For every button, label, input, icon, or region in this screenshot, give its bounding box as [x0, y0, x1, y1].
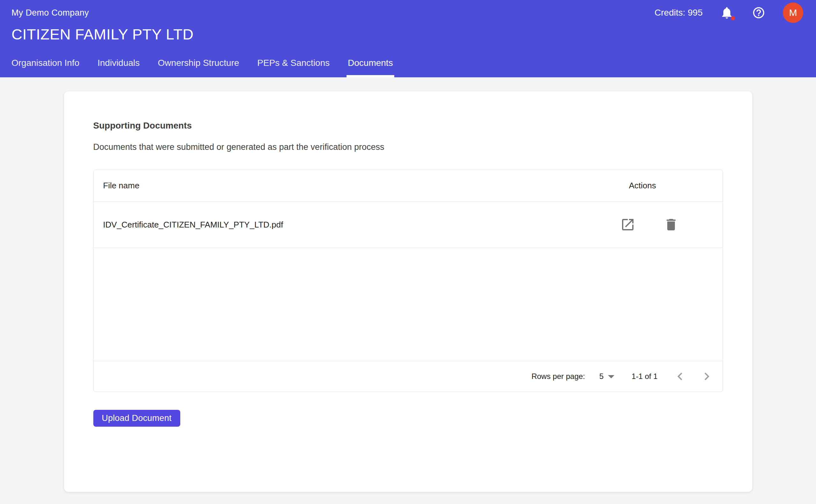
notifications-button[interactable]: [719, 5, 735, 20]
section-title: Supporting Documents: [93, 120, 723, 131]
actions-cell: [618, 217, 723, 232]
pagination-range: 1-1 of 1: [632, 372, 658, 381]
table-empty-space: [94, 248, 723, 361]
rows-per-page-select[interactable]: 5: [599, 369, 619, 384]
supporting-documents-card: Supporting Documents Documents that were…: [64, 91, 752, 492]
column-header-actions: Actions: [618, 181, 723, 191]
section-subtitle: Documents that were submitted or generat…: [93, 142, 723, 152]
upload-document-button[interactable]: Upload Document: [93, 410, 180, 427]
tab-bar: Organisation Info Individuals Ownership …: [0, 49, 404, 77]
table-row: IDV_Certificate_CITIZEN_FAMILY_PTY_LTD.p…: [94, 202, 723, 248]
credits-balance: Credits: 995: [655, 8, 703, 18]
page-title: CITIZEN FAMILY PTY LTD: [11, 25, 816, 43]
avatar-initial: M: [789, 7, 797, 18]
tab-ownership-structure[interactable]: Ownership Structure: [158, 49, 239, 77]
tab-documents[interactable]: Documents: [348, 49, 393, 77]
header-top-bar: My Demo Company Credits: 995 M: [0, 0, 816, 20]
previous-page-button[interactable]: [672, 369, 688, 384]
open-document-button[interactable]: [620, 217, 636, 232]
rows-per-page-value: 5: [599, 372, 603, 381]
column-header-file-name: File name: [94, 181, 618, 191]
table-pagination: Rows per page: 5 1-1 of 1: [94, 361, 723, 392]
documents-table: File name Actions IDV_Certificate_CITIZE…: [93, 170, 723, 392]
help-icon: [752, 6, 765, 19]
open-in-new-icon: [620, 217, 636, 232]
delete-document-button[interactable]: [664, 217, 679, 232]
caret-down-icon: [603, 369, 619, 384]
next-page-button[interactable]: [699, 369, 714, 384]
notification-badge: [731, 16, 735, 20]
tab-peps-sanctions[interactable]: PEPs & Sanctions: [257, 49, 330, 77]
file-name-cell: IDV_Certificate_CITIZEN_FAMILY_PTY_LTD.p…: [94, 220, 618, 230]
header-actions: Credits: 995 M: [655, 3, 803, 23]
trash-icon: [664, 217, 679, 232]
tab-individuals[interactable]: Individuals: [97, 49, 139, 77]
help-button[interactable]: [751, 5, 766, 20]
avatar[interactable]: M: [783, 3, 803, 23]
app-header: My Demo Company Credits: 995 M CITIZEN F…: [0, 0, 816, 77]
table-header-row: File name Actions: [94, 170, 723, 202]
tab-organisation-info[interactable]: Organisation Info: [11, 49, 79, 77]
chevron-right-icon: [699, 369, 714, 384]
rows-per-page-label: Rows per page:: [531, 372, 585, 381]
company-name: My Demo Company: [11, 8, 89, 18]
chevron-left-icon: [672, 369, 688, 384]
